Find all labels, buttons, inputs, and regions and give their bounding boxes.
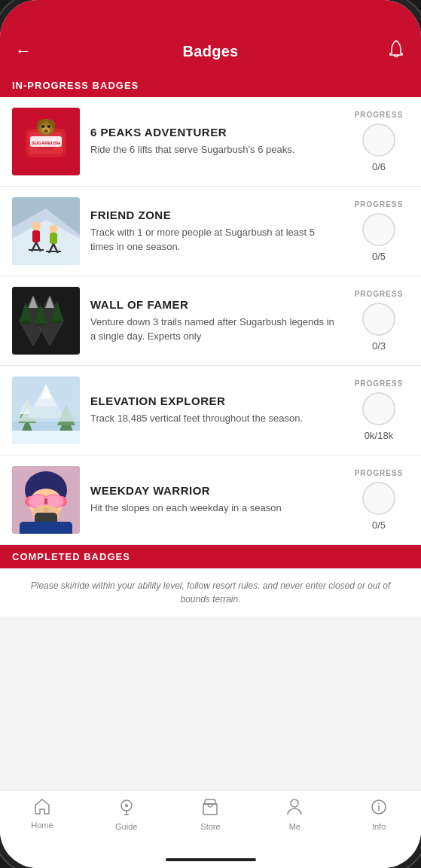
- badge-desc-friendzone: Track with 1 or more people at Sugarbush…: [90, 226, 338, 253]
- svg-point-80: [378, 803, 380, 805]
- svg-text:SUGARBUSH: SUGARBUSH: [32, 141, 61, 145]
- badge-image-6peaks: SUGARBUSH RESORT: [12, 108, 80, 175]
- svg-point-12: [47, 125, 50, 128]
- badge-progress-friendzone: PROGRESS 0/5: [349, 197, 409, 265]
- info-icon: [370, 798, 388, 819]
- badge-progress-elevation: PROGRESS 0k/18k: [349, 376, 409, 444]
- page-title: Badges: [182, 43, 238, 60]
- nav-label-store: Store: [200, 822, 220, 831]
- progress-circle-6peaks: [362, 123, 395, 157]
- badge-title-friendzone: FRIEND ZONE: [90, 209, 338, 221]
- nav-item-store[interactable]: Store: [169, 798, 253, 831]
- progress-value-weekday: 0/5: [372, 519, 386, 531]
- progress-value-friendzone: 0/5: [372, 251, 386, 262]
- badge-title-elevation: ELEVATION EXPLORER: [90, 394, 338, 407]
- badge-desc-6peaks: Ride the 6 lifts that serve Sugarbush's …: [90, 143, 338, 157]
- svg-point-23: [50, 225, 58, 233]
- badge-content-6peaks: 6 PEAKS ADVENTURER Ride the 6 lifts that…: [90, 108, 338, 175]
- progress-circle-weekday: [362, 482, 395, 515]
- nav-item-info[interactable]: Info: [337, 798, 421, 831]
- badge-progress-wallfamer: PROGRESS 0/3: [349, 287, 409, 355]
- completed-section-header: COMPLETED BADGES: [0, 545, 421, 568]
- badge-content-friendzone: FRIEND ZONE Track with 1 or more people …: [90, 197, 338, 265]
- nav-label-home: Home: [31, 821, 53, 830]
- guide-icon: [118, 798, 135, 819]
- svg-text:RESORT: RESORT: [38, 146, 54, 151]
- badge-item-elevation[interactable]: ELEVATION EXPLORER Track 18,485 vertical…: [0, 366, 421, 455]
- svg-point-69: [43, 507, 49, 512]
- in-progress-label: IN-PROGRESS BADGES: [12, 80, 409, 91]
- badge-image-friendzone: [12, 197, 80, 265]
- bottom-nav: Home Guide Store: [0, 790, 421, 851]
- nav-label-info: Info: [372, 822, 386, 831]
- home-icon: [33, 798, 51, 818]
- badge-title-wallfamer: WALL OF FAMER: [90, 298, 338, 311]
- badge-progress-weekday: PROGRESS 0/5: [349, 466, 409, 534]
- badge-desc-wallfamer: Venture down 3 trails named after Sugarb…: [90, 315, 338, 343]
- status-bar: [0, 0, 421, 33]
- svg-rect-67: [44, 498, 47, 504]
- completed-label: COMPLETED BADGES: [12, 551, 409, 562]
- badge-title-weekday: WEEKDAY WARRIOR: [90, 484, 338, 497]
- nav-label-guide: Guide: [115, 822, 137, 831]
- badge-image-elevation: [12, 376, 80, 444]
- nav-item-home[interactable]: Home: [0, 798, 84, 830]
- svg-rect-24: [50, 233, 57, 244]
- svg-point-13: [44, 129, 48, 132]
- progress-label-friendzone: PROGRESS: [355, 200, 404, 209]
- back-button[interactable]: ←: [15, 41, 42, 61]
- svg-rect-18: [32, 230, 40, 242]
- svg-point-73: [125, 804, 128, 807]
- progress-circle-friendzone: [362, 213, 395, 246]
- badge-desc-elevation: Track 18,485 vertical feet throughout th…: [90, 412, 338, 425]
- badge-image-weekday: [12, 466, 80, 534]
- progress-value-6peaks: 0/6: [372, 161, 386, 172]
- disclaimer-text: Please ski/ride within your ability leve…: [15, 579, 406, 606]
- badge-list: SUGARBUSH RESORT 6 PEAKS ADVENTURER Ride…: [0, 97, 421, 790]
- nav-label-me: Me: [289, 822, 300, 831]
- progress-label-elevation: PROGRESS: [355, 379, 404, 388]
- badge-item-friendzone[interactable]: FRIEND ZONE Track with 1 or more people …: [0, 187, 421, 276]
- bell-icon[interactable]: [379, 39, 406, 63]
- nav-item-guide[interactable]: Guide: [84, 798, 169, 831]
- svg-rect-76: [203, 804, 217, 815]
- badge-item-wallfamer[interactable]: WALL OF FAMER Venture down 3 trails name…: [0, 276, 421, 366]
- person-icon: [286, 798, 303, 819]
- badge-progress-6peaks: PROGRESS 0/6: [349, 108, 409, 175]
- badge-content-wallfamer: WALL OF FAMER Venture down 3 trails name…: [90, 287, 338, 355]
- svg-rect-57: [12, 431, 80, 444]
- progress-circle-elevation: [362, 392, 395, 425]
- badge-content-elevation: ELEVATION EXPLORER Track 18,485 vertical…: [90, 376, 338, 444]
- nav-item-me[interactable]: Me: [252, 798, 337, 831]
- store-icon: [201, 798, 219, 819]
- svg-rect-71: [20, 522, 72, 534]
- home-indicator: [166, 858, 256, 861]
- in-progress-section-header: IN-PROGRESS BADGES: [0, 74, 421, 97]
- progress-circle-wallfamer: [362, 303, 395, 336]
- progress-value-elevation: 0k/18k: [365, 430, 393, 441]
- progress-value-wallfamer: 0/3: [372, 340, 386, 352]
- progress-label-weekday: PROGRESS: [355, 469, 404, 477]
- svg-point-11: [41, 125, 44, 128]
- badge-item-weekday[interactable]: WEEKDAY WARRIOR Hit the slopes on each w…: [0, 455, 421, 545]
- svg-point-77: [291, 799, 298, 807]
- home-bar: [0, 851, 421, 868]
- app-header: ← Badges: [0, 33, 421, 74]
- svg-point-17: [32, 221, 41, 230]
- badge-title-6peaks: 6 PEAKS ADVENTURER: [90, 126, 338, 139]
- phone-frame: ← Badges IN-PROGRESS BADGES: [0, 0, 421, 868]
- progress-label-wallfamer: PROGRESS: [355, 290, 404, 298]
- progress-label-6peaks: PROGRESS: [355, 111, 404, 119]
- badge-desc-weekday: Hit the slopes on each weekday in a seas…: [90, 501, 338, 515]
- badge-image-wallfamer: [12, 287, 80, 355]
- badge-item-6peaks[interactable]: SUGARBUSH RESORT 6 PEAKS ADVENTURER Ride…: [0, 97, 421, 187]
- disclaimer-section: Please ski/ride within your ability leve…: [0, 568, 421, 617]
- badge-content-weekday: WEEKDAY WARRIOR Hit the slopes on each w…: [90, 466, 338, 534]
